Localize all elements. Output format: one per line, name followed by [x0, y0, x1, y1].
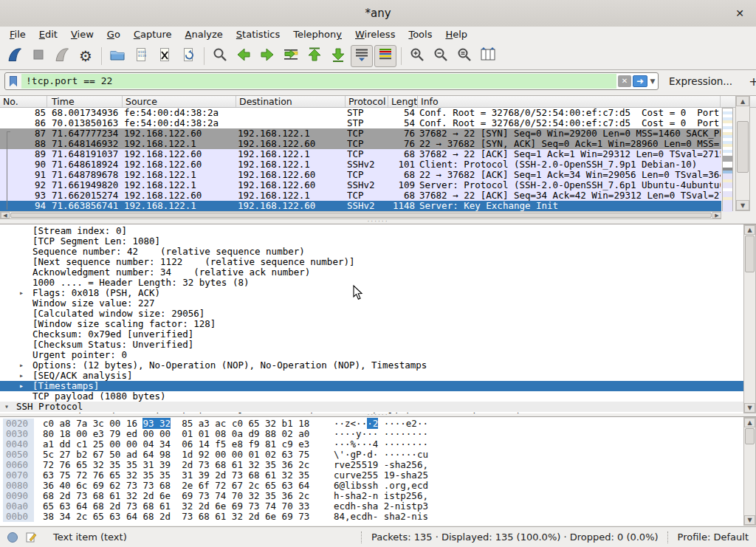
- capture-comment-icon[interactable]: [25, 531, 37, 543]
- column-header-no[interactable]: No.: [0, 96, 47, 107]
- detail-line[interactable]: [Calculated window size: 29056]: [0, 309, 743, 319]
- scroll-thumb[interactable]: [737, 121, 749, 173]
- expression-button[interactable]: Expression...: [669, 75, 732, 87]
- menu-help[interactable]: Help: [439, 27, 474, 43]
- hex-bytes[interactable]: 80 18 00 e3 79 ed 00 00 01 01 08 0a d9 8…: [43, 429, 309, 439]
- packet-row[interactable]: 9271.661949820192.168.122.1192.168.122.6…: [0, 180, 721, 190]
- column-header-destination[interactable]: Destination: [236, 96, 346, 107]
- title-bar[interactable]: *any ✕: [0, 0, 756, 27]
- hex-ascii[interactable]: 84,ecdh- sha2-nis: [334, 512, 428, 522]
- scroll-up-icon[interactable]: ▲: [736, 96, 749, 106]
- packet-list-hscrollbar[interactable]: ◀ ▶: [0, 211, 721, 219]
- detail-line[interactable]: [Window size scaling factor: 128]: [0, 319, 743, 329]
- go-to-packet-button[interactable]: [280, 45, 302, 67]
- hex-row[interactable]: 006072 76 65 32 35 35 31 39 2d 73 68 61 …: [0, 460, 743, 470]
- close-icon[interactable]: ✕: [731, 0, 749, 27]
- hex-selected-bytes[interactable]: 93 32: [142, 418, 171, 429]
- reload-file-button[interactable]: [177, 45, 199, 67]
- restart-capture-button[interactable]: [51, 45, 73, 67]
- column-header-length[interactable]: Length: [388, 96, 418, 107]
- hex-ascii[interactable]: ···%···4 ········: [334, 439, 428, 450]
- packet-row[interactable]: 8971.648191037192.168.122.60192.168.122.…: [0, 149, 721, 159]
- hex-bytes[interactable]: 38 34 2c 65 63 64 68 2d 73 68 61 32 2d 6…: [43, 512, 309, 522]
- detail-line[interactable]: [Checksum Status: Unverified]: [0, 340, 743, 350]
- detail-line[interactable]: ▸Options: (12 bytes), No-Operation (NOP)…: [0, 360, 743, 371]
- expert-info-icon[interactable]: [7, 532, 18, 543]
- scroll-left-icon[interactable]: ◀: [1, 212, 10, 219]
- hex-ascii[interactable]: curve255 19-sha25: [334, 470, 428, 481]
- go-back-button[interactable]: [233, 45, 255, 67]
- packet-list-vscrollbar[interactable]: ▲ ▼: [735, 95, 750, 211]
- expand-icon[interactable]: ▸: [19, 371, 24, 381]
- capture-options-button[interactable]: ⚙: [75, 45, 97, 67]
- go-top-button[interactable]: [303, 45, 326, 67]
- detail-line[interactable]: ▸[SEQ/ACK analysis]: [0, 371, 743, 381]
- column-header-protocol[interactable]: Protocol: [346, 96, 388, 107]
- column-header-source[interactable]: Source: [123, 96, 236, 107]
- hex-bytes[interactable]: 63 75 72 76 65 32 35 35 31 39 2d 73 68 6…: [43, 470, 309, 481]
- hex-ascii[interactable]: 6@libssh .org,ecd: [334, 481, 428, 491]
- hex-bytes[interactable]: 68 2d 73 68 61 32 2d 6e 69 73 74 70 32 3…: [43, 491, 309, 501]
- display-filter-input[interactable]: !tcp.port == 22: [21, 74, 616, 89]
- add-filter-button[interactable]: +: [749, 75, 756, 89]
- packet-row[interactable]: 8871.648146932192.168.122.1192.168.122.6…: [0, 139, 721, 149]
- hex-bytes[interactable]: 65 63 64 68 2d 73 68 61 32 2d 6e 69 73 7…: [43, 501, 309, 512]
- packet-row[interactable]: 9371.662015274192.168.122.60192.168.122.…: [0, 190, 721, 201]
- collapse-icon[interactable]: ▾: [4, 402, 9, 412]
- detail-line[interactable]: TCP payload (1080 bytes): [0, 391, 743, 402]
- save-file-button[interactable]: 01010110: [130, 45, 152, 67]
- detail-line[interactable]: [Stream index: 0]: [0, 226, 743, 236]
- menu-analyze[interactable]: Analyze: [179, 27, 230, 43]
- expand-icon[interactable]: ▸: [19, 288, 24, 298]
- details-vscrollbar[interactable]: ▲ ▼: [743, 224, 756, 413]
- hex-row[interactable]: 0020c0 a8 7a 3c 00 16 93 32 85 a3 ac c0 …: [0, 419, 743, 429]
- hex-ascii[interactable]: rve25519 -sha256,: [334, 460, 428, 470]
- hex-row[interactable]: 003080 18 00 e3 79 ed 00 00 01 01 08 0a …: [0, 429, 743, 439]
- scroll-thumb[interactable]: [745, 235, 755, 272]
- menu-edit[interactable]: Edit: [32, 27, 64, 43]
- detail-line[interactable]: Acknowledgment number: 34 (relative ack …: [0, 267, 743, 278]
- profile-status[interactable]: Profile: Default: [678, 531, 749, 543]
- packet-row[interactable]: 9171.648789678192.168.122.1192.168.122.6…: [0, 170, 721, 180]
- ascii-selected-bytes[interactable]: ·2: [367, 418, 378, 429]
- hex-row[interactable]: 00b038 34 2c 65 63 64 68 2d 73 68 61 32 …: [0, 512, 743, 522]
- detail-line[interactable]: ▸[Timestamps]: [0, 381, 743, 391]
- find-packet-button[interactable]: [209, 45, 231, 67]
- packet-row[interactable]: 8568.001734936fe:54:00:d4:38:2aSTP54Conf…: [0, 108, 721, 118]
- filter-dropdown-icon[interactable]: ▼: [647, 78, 658, 85]
- packet-row[interactable]: 8670.013850163fe:54:00:d4:38:2aSTP54Conf…: [0, 118, 721, 128]
- hex-row[interactable]: 00505c 27 b2 67 50 ad 64 98 1d 92 00 00 …: [0, 450, 743, 460]
- detail-line[interactable]: Sequence number: 42 (relative sequence n…: [0, 247, 743, 257]
- packet-row[interactable]: 9471.663856741192.168.122.1192.168.122.6…: [0, 201, 721, 211]
- close-file-button[interactable]: [154, 45, 176, 67]
- go-bottom-button[interactable]: [327, 45, 349, 67]
- display-filter-field[interactable]: !tcp.port == 22 ✕ ➜ ▼: [4, 72, 659, 90]
- menu-go[interactable]: Go: [100, 27, 127, 43]
- zoom-out-button[interactable]: [430, 45, 452, 67]
- hex-row[interactable]: 008036 40 6c 69 62 73 73 68 2e 6f 72 67 …: [0, 481, 743, 491]
- menu-wireless[interactable]: Wireless: [348, 27, 402, 43]
- open-file-button[interactable]: [106, 45, 128, 67]
- filter-apply-icon[interactable]: ➜: [633, 75, 647, 87]
- packet-row[interactable]: 8771.647777234192.168.122.60192.168.122.…: [0, 128, 721, 139]
- detail-line[interactable]: Window size value: 227: [0, 298, 743, 309]
- scroll-thumb[interactable]: [10, 213, 712, 218]
- scroll-up-icon[interactable]: ▲: [744, 418, 755, 427]
- hex-ascii[interactable]: h-sha2-n istp256,: [334, 491, 428, 501]
- menu-view[interactable]: View: [64, 27, 100, 43]
- detail-line[interactable]: ▸Flags: 0x018 (PSH, ACK): [0, 288, 743, 298]
- scroll-up-icon[interactable]: ▲: [744, 225, 755, 235]
- hex-ascii[interactable]: ··z<···2 ····e2··: [334, 419, 428, 429]
- packet-list-minimap[interactable]: [722, 108, 733, 211]
- hex-ascii[interactable]: ····y··· ········: [334, 429, 428, 439]
- hex-row[interactable]: 0040a1 dd c1 25 00 00 04 34 06 14 f5 e8 …: [0, 439, 743, 450]
- scroll-down-icon[interactable]: ▼: [744, 403, 755, 413]
- start-capture-button[interactable]: [4, 45, 26, 67]
- detail-line[interactable]: [TCP Segment Len: 1080]: [0, 236, 743, 247]
- hex-bytes[interactable]: 72 76 65 32 35 35 31 39 2d 73 68 61 32 3…: [43, 460, 309, 470]
- packet-row[interactable]: 9071.648618924192.168.122.60192.168.122.…: [0, 159, 721, 170]
- hex-bytes[interactable]: 36 40 6c 69 62 73 73 68 2e 6f 72 67 2c 6…: [43, 481, 309, 491]
- expand-icon[interactable]: ▸: [19, 381, 24, 391]
- column-header-info[interactable]: Info: [418, 96, 721, 107]
- go-forward-button[interactable]: [256, 45, 278, 67]
